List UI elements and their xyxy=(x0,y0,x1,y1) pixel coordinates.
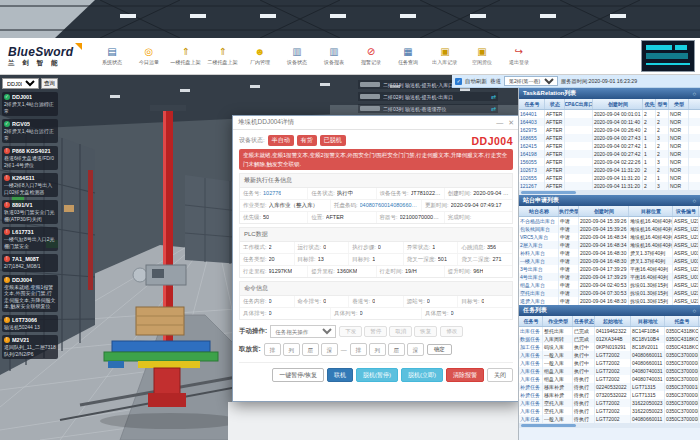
table-row[interactable]: 3号出库台申请2020-09-04 17:39:29平衡16.40排40列ASR… xyxy=(519,265,700,273)
field-value[interactable]: 102776 xyxy=(263,190,281,197)
collapse-icon[interactable]: ○ xyxy=(692,91,696,97)
table-row[interactable]: 一楼入库台申请2020-09-04 16:48:30货叉1.37排40列ASRS… xyxy=(519,257,700,265)
pick-input[interactable] xyxy=(350,343,367,356)
confirm-button[interactable]: 确定 xyxy=(427,344,452,356)
alarm-card[interactable]: !L617731一楼气缸8号出入口2光栅门禁安全 xyxy=(2,227,58,251)
alarm-card[interactable]: ✓RGV052排货叉1,4站台运行正常 xyxy=(2,119,58,143)
table-row[interactable]: 162415AFTER2020-09-04 00:27:4212NOR xyxy=(519,142,700,150)
table-row[interactable]: 入库任务组盘入库待执行LGT72002040807400310350C37000… xyxy=(519,375,700,383)
footer-button[interactable]: 清除报警 xyxy=(446,368,484,382)
alarm-card[interactable]: !DDJ004变频未就绪,变频1报警文本,外围安全门禁,行走伺服文本,升降伺服文… xyxy=(2,275,58,312)
table-row[interactable]: 168655AFTER2020-09-04 00:27:4313NOR xyxy=(519,134,700,142)
table-row[interactable]: 不合格品出库台申请2020-09-04 15:39:26堆垛机16.40排40列… xyxy=(519,217,700,225)
manual-op-button[interactable]: 下发 xyxy=(339,326,362,338)
search-button[interactable]: 查询 xyxy=(41,78,58,89)
horizontal-scrollbar[interactable] xyxy=(519,190,700,195)
table-row[interactable]: VRC5入库台申请2020-09-04 16:48:34堆垛机16.40排40列… xyxy=(519,233,700,241)
alarm-card-header: !DDJ004 xyxy=(4,277,56,283)
table-row[interactable]: 162975AFTER2020-09-04 00:26:4022NOR xyxy=(519,126,700,134)
table-cell: 2020-09-04 00:27:42 xyxy=(593,150,643,158)
alarm-card[interactable]: !7A1_M08T2/7)1842_M08/1 xyxy=(2,254,58,272)
table-row[interactable]: 退货入库台申请2020-09-04 16:48:30拆垛01.30排15列ASR… xyxy=(519,297,700,305)
toolbar-item-label: 设备报表 xyxy=(324,59,344,65)
table-row[interactable]: 补货任务移库补货待执行02240532022LGT713150350C37000… xyxy=(519,383,700,391)
table-row[interactable]: 2层入库台申请2020-09-04 16:48:34堆垛机16.40排40列AS… xyxy=(519,241,700,249)
manual-op-button[interactable]: 恢复 xyxy=(414,326,437,338)
toolbar-item-today-volume[interactable]: ◎今日运量 xyxy=(130,47,167,66)
table-row[interactable]: 组盘入库台申请2020-09-04 02:40:53拆垛01.30排15列ASR… xyxy=(519,281,700,289)
table-row[interactable]: 入库任务一般入库执行中LGT72002040806600110350C37000… xyxy=(519,351,700,359)
horizontal-scrollbar[interactable] xyxy=(519,423,700,428)
alarm-card[interactable]: !M2V21退回队列_11_二层7318队列/2/N2/P6 xyxy=(2,335,58,359)
table-row[interactable]: 121267AFTER2020-09-04 11:31:2023NOR xyxy=(519,182,700,190)
toolbar-item-inout-record[interactable]: ▣出入库记录 xyxy=(426,47,463,66)
footer-button[interactable]: 联机 xyxy=(327,368,353,382)
footer-button[interactable]: 脱机(立即) xyxy=(401,368,443,382)
modify-button[interactable]: 修改 xyxy=(440,326,463,338)
field-label: 任务号: xyxy=(243,190,261,197)
device-select[interactable]: DDJ001 xyxy=(2,78,39,89)
table-row[interactable]: 出库任务整托出库已完成041194623228C14F10B40350C4318… xyxy=(519,327,700,335)
table-row[interactable]: 包装线回库台申请2020-09-04 15:39:26堆垛机16.40排40列A… xyxy=(519,225,700,233)
collapse-icon[interactable]: ○ xyxy=(692,308,696,314)
toolbar-item-system-status[interactable]: ▤系统状态 xyxy=(93,47,130,66)
table-row[interactable]: 入库任务一般入库执行中LGT72002040806600110350C37000… xyxy=(519,359,700,367)
pick-input[interactable] xyxy=(302,343,319,356)
table-row[interactable]: 入库任务组盘入库执行中LGT72002040807400310350C37000… xyxy=(519,367,700,375)
toolbar-item-pallet-up-2f[interactable]: ⇑二楼托盘上架 xyxy=(204,47,241,66)
pick-input[interactable] xyxy=(321,343,338,356)
pick-input[interactable] xyxy=(369,343,386,356)
table-row[interactable]: 4号出库台申请2020-09-04 17:39:29平衡16.40排40列ASR… xyxy=(519,273,700,281)
table-row[interactable]: 164198AFTER2020-09-04 00:27:4212NOR xyxy=(519,150,700,158)
table-row[interactable]: 102655AFTER2020-09-04 11:31:2021NOR xyxy=(519,174,700,182)
lane-select[interactable]: 第2排(第一巷) xyxy=(504,76,558,86)
table-row[interactable]: 156055AFTER2020-09-04 02:22:2613NOR xyxy=(519,158,700,166)
alarm-card[interactable]: !K264S11一楼2排8入口7号出入口02排无盘检测器 xyxy=(2,173,58,197)
table-row[interactable]: 空托出库台申请2020-09-04 07:30:53拆垛01.30排15列ASR… xyxy=(519,289,700,297)
field-value[interactable]: 04080760014080660011 xyxy=(360,202,418,209)
minimize-icon[interactable]: — xyxy=(496,119,503,126)
table-row[interactable]: 补货任务移库补货待执行07320532022LGT713150350C37000… xyxy=(519,391,700,399)
pick-input[interactable] xyxy=(388,343,405,356)
pick-input[interactable] xyxy=(264,343,281,356)
alarm-card[interactable]: ✓DDJ0012排货叉1,4站台运行正常 xyxy=(2,92,58,116)
toolbar-item-logout[interactable]: ↪退出登录 xyxy=(500,47,537,66)
table-cell: 164403 xyxy=(519,118,545,126)
table-row[interactable]: 加工任务码垛入库执行中0KPN0192918C18V20110350C4318K… xyxy=(519,343,700,351)
toolbar-item-factory-manage[interactable]: ☻厂内管理 xyxy=(241,47,278,66)
scrollbar-thumb[interactable] xyxy=(521,191,576,194)
table-row[interactable]: 入库任务空托入库待执行LGT72002316220500230350C37000… xyxy=(519,399,700,407)
alarm-card[interactable]: !8891/V1轨道03号门禁安全门光栅(ATP30/F)关闭 xyxy=(2,200,58,224)
table-row[interactable]: 164403AFTER2020-09-04 00:11:4022NOR xyxy=(519,118,700,126)
table-row[interactable]: 入库任务空托入库待执行LGT72002316220500230350C37000… xyxy=(519,407,700,415)
collapse-icon[interactable]: ○ xyxy=(692,198,696,204)
pick-input[interactable] xyxy=(283,343,300,356)
table-row[interactable]: 入库任务一般入库待执行LGT72002040806600110350C37000… xyxy=(519,415,700,423)
table-row[interactable]: 补料入库台申请2020-09-04 16:48:30货叉1.37排40列ASRS… xyxy=(519,249,700,257)
alarm-card[interactable]: !P868 KGS4021巷道6排无盘通道/FD/02排1-4号货位 xyxy=(2,146,58,170)
footer-button[interactable]: 一键暂停/恢复 xyxy=(272,368,324,382)
close-icon[interactable]: ✕ xyxy=(508,119,514,126)
alarm-card[interactable]: !L6T73066输送机50244 13 xyxy=(2,315,58,333)
task-operation-select[interactable]: 任务相关操作 xyxy=(270,325,336,338)
table-row[interactable]: 数据任务入库周转已完成012XA344B8C18V10B40350C4318KO… xyxy=(519,335,700,343)
device-code: M2V21 xyxy=(12,337,29,343)
toolbar-item-task-query[interactable]: ▦任务查询 xyxy=(389,47,426,66)
footer-button[interactable]: 脱机(暂停) xyxy=(356,368,398,382)
table-row[interactable]: 164401AFTER2020-09-04 00:01:0122NOR xyxy=(519,110,700,118)
auto-refresh-checkbox[interactable]: ✓ xyxy=(455,78,462,85)
footer-button[interactable]: 关闭 xyxy=(487,368,513,382)
toolbar-item-free-bin[interactable]: ▣空闲货位 xyxy=(463,47,500,66)
toolbar-item-device-report[interactable]: ▥设备报表 xyxy=(315,47,352,66)
table-row[interactable]: 102673AFTER2020-09-04 11:31:2022NOR xyxy=(519,166,700,174)
toolbar-item-alarm-record[interactable]: ⊘报警记录 xyxy=(352,47,389,66)
table-cell: 已完成 xyxy=(573,327,595,335)
manual-op-button[interactable]: 暂停 xyxy=(364,326,387,338)
pick-input[interactable] xyxy=(407,343,424,356)
warehouse-minimap[interactable] xyxy=(641,40,695,72)
scrollbar-thumb[interactable] xyxy=(521,424,576,427)
toolbar-item-pallet-up-1f[interactable]: ⇑一楼托盘上架 xyxy=(167,47,204,66)
toolbar-item-device-status[interactable]: ▥设备状态 xyxy=(278,47,315,66)
manual-op-button[interactable]: 取消 xyxy=(389,326,412,338)
table-cell: NOR xyxy=(669,166,689,174)
